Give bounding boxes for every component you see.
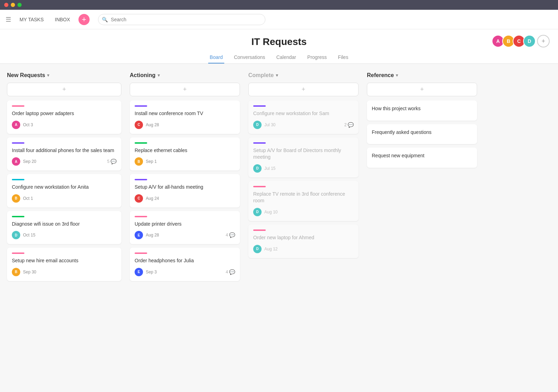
card-accent — [12, 105, 24, 107]
card-accent — [135, 252, 147, 254]
card-title: Update printer drivers — [135, 221, 235, 228]
avatar-group: ABCD — [492, 35, 536, 47]
column-title-reference: Reference ▾ — [367, 72, 398, 78]
card-complete-3[interactable]: Order new laptop for AhmedDAug 12 — [248, 225, 359, 258]
card-new-requests-3[interactable]: Diagnose wifi issue on 3rd floorDOct 15 — [7, 211, 121, 244]
card-comments: 4 💬 — [226, 269, 235, 275]
card-date: Sep 3 — [146, 270, 157, 274]
card-date: Sep 20 — [23, 159, 36, 164]
add-card-button-reference[interactable]: + — [367, 83, 477, 96]
card-title: Configure new workstation for Anita — [12, 184, 116, 191]
card-avatar: E — [135, 268, 143, 276]
add-card-button-actioning[interactable]: + — [130, 83, 240, 96]
card-avatar: D — [253, 164, 262, 173]
tab-files[interactable]: Files — [337, 52, 350, 63]
tab-conversations[interactable]: Conversations — [233, 52, 267, 63]
chevron-icon: ▾ — [396, 73, 398, 78]
dot-red — [4, 3, 8, 7]
card-date: Aug 28 — [146, 233, 159, 238]
card-complete-0[interactable]: Configure new workstation for SamDJul 30… — [248, 100, 359, 134]
card-accent — [135, 216, 147, 217]
card-date: Jul 30 — [264, 122, 276, 127]
column-header-reference: Reference ▾ — [367, 72, 477, 78]
column-header-complete: Complete ▾ — [248, 72, 359, 78]
add-task-button[interactable]: + — [78, 14, 90, 25]
card-meta: DJul 302 💬 — [253, 121, 354, 129]
tab-progress[interactable]: Progress — [306, 52, 328, 63]
card-title: Frequently asked questions — [372, 129, 472, 136]
card-comments: 2 💬 — [344, 122, 354, 128]
chevron-icon: ▾ — [158, 73, 160, 78]
card-date: Jul 15 — [264, 166, 276, 171]
tab-calendar[interactable]: Calendar — [275, 52, 297, 63]
card-avatar: A — [12, 121, 20, 129]
card-meta: CAug 24 — [135, 194, 235, 203]
card-actioning-2[interactable]: Setup A/V for all-hands meetingCAug 24 — [130, 174, 240, 208]
card-actioning-1[interactable]: Replace ethernet cablesBSep 1 — [130, 137, 240, 171]
add-member-button[interactable]: + — [537, 35, 550, 47]
card-date: Oct 15 — [23, 233, 35, 238]
card-actioning-4[interactable]: Order headphones for JuliaESep 34 💬 — [130, 248, 240, 281]
card-avatar: D — [253, 208, 262, 216]
card-avatar: C — [135, 194, 143, 203]
card-new-requests-2[interactable]: Configure new workstation for AnitaBOct … — [7, 174, 121, 208]
card-new-requests-4[interactable]: Setup new hire email accountsBSep 30 — [7, 248, 121, 281]
column-new-requests: New Requests ▾+Order laptop power adapte… — [7, 72, 126, 385]
comment-icon: 💬 — [111, 159, 116, 164]
card-date: Oct 3 — [23, 122, 33, 127]
nav-bar: ☰ MY TASKS INBOX + 🔍 — [0, 10, 558, 29]
my-tasks-nav[interactable]: MY TASKS — [17, 15, 46, 24]
add-card-button-new-requests[interactable]: + — [7, 83, 121, 96]
card-date: Sep 30 — [23, 270, 36, 274]
tab-board[interactable]: Board — [208, 52, 224, 63]
card-accent — [12, 142, 24, 144]
card-meta: DJul 15 — [253, 164, 354, 173]
hamburger-icon[interactable]: ☰ — [6, 16, 11, 23]
card-accent — [253, 229, 266, 231]
chevron-icon: ▾ — [276, 73, 278, 78]
search-input[interactable] — [98, 14, 265, 25]
card-title: Setup A/V for Board of Directors monthly… — [253, 147, 354, 161]
card-reference-0[interactable]: How this project works — [367, 100, 477, 121]
project-avatar-3: D — [523, 35, 536, 47]
comment-icon: 💬 — [348, 122, 354, 128]
card-complete-2[interactable]: Replace TV remote in 3rd floor conferenc… — [248, 181, 359, 221]
card-avatar: C — [135, 121, 143, 129]
card-title: Install new conference room TV — [135, 110, 235, 117]
card-title: Setup A/V for all-hands meeting — [135, 184, 235, 191]
card-avatar: D — [253, 245, 262, 253]
column-reference: Reference ▾+How this project worksFreque… — [363, 72, 481, 385]
card-actioning-3[interactable]: Update printer driversEAug 284 💬 — [130, 211, 240, 244]
board: New Requests ▾+Order laptop power adapte… — [0, 64, 558, 392]
card-new-requests-1[interactable]: Install four additional phones for the s… — [7, 137, 121, 171]
add-card-button-complete[interactable]: + — [248, 83, 359, 96]
card-date: Sep 1 — [146, 159, 157, 164]
card-date: Aug 12 — [264, 247, 278, 251]
card-avatar: B — [12, 268, 20, 276]
card-date: Oct 1 — [23, 196, 33, 201]
card-actioning-0[interactable]: Install new conference room TVCAug 28 — [130, 100, 240, 134]
card-meta: CAug 28 — [135, 121, 235, 129]
card-title: Replace ethernet cables — [135, 147, 235, 154]
dot-green — [17, 3, 22, 7]
card-date: Aug 10 — [264, 210, 278, 214]
card-meta: AOct 3 — [12, 121, 116, 129]
card-complete-1[interactable]: Setup A/V for Board of Directors monthly… — [248, 137, 359, 178]
column-header-new-requests: New Requests ▾ — [7, 72, 121, 78]
card-title: Order laptop power adapters — [12, 110, 116, 117]
card-meta: DAug 12 — [253, 245, 354, 253]
card-title: Order new laptop for Ahmed — [253, 234, 354, 241]
column-title-actioning: Actioning ▾ — [130, 72, 160, 78]
project-header: ABCD + IT Requests BoardConversationsCal… — [0, 29, 558, 64]
card-new-requests-0[interactable]: Order laptop power adaptersAOct 3 — [7, 100, 121, 134]
card-reference-1[interactable]: Frequently asked questions — [367, 124, 477, 144]
card-accent — [12, 179, 24, 180]
column-header-actioning: Actioning ▾ — [130, 72, 240, 78]
card-title: Diagnose wifi issue on 3rd floor — [12, 221, 116, 228]
card-avatar: D — [253, 121, 262, 129]
inbox-nav[interactable]: INBOX — [52, 15, 73, 24]
card-reference-2[interactable]: Request new equipment — [367, 148, 477, 168]
card-meta: DOct 15 — [12, 231, 116, 239]
comment-icon: 💬 — [229, 232, 235, 238]
card-title: Request new equipment — [372, 152, 472, 159]
